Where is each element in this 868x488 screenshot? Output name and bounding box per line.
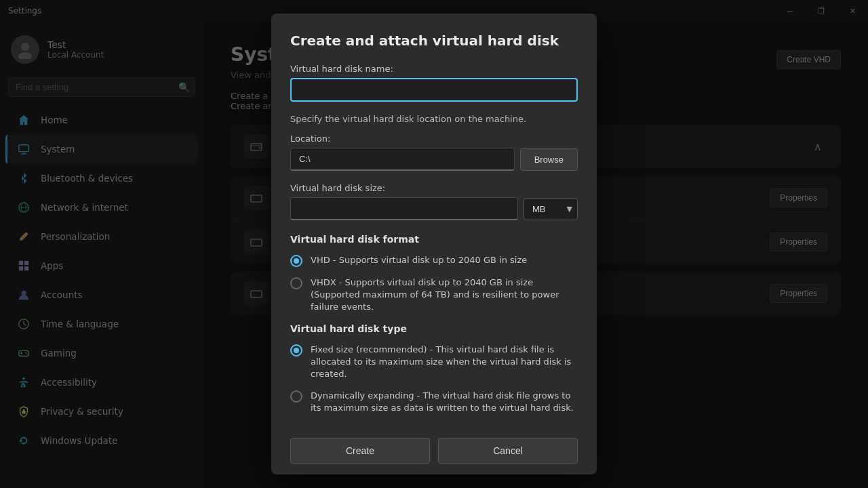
format-vhd-label: VHD - Supports virtual disk up to 2040 G… [311, 254, 527, 266]
type-section-heading: Virtual hard disk type [290, 323, 578, 334]
format-vhd-option[interactable]: VHD - Supports virtual disk up to 2040 G… [290, 254, 578, 267]
type-fixed-option[interactable]: Fixed size (recommended) - This virtual … [290, 344, 578, 381]
unit-wrapper: MB GB TB ▼ [524, 198, 578, 220]
dialog-overlay: Create and attach virtual hard disk Virt… [0, 0, 868, 488]
location-hint: Specify the virtual hard disk location o… [290, 114, 578, 124]
location-input[interactable] [290, 148, 515, 171]
type-dynamic-option[interactable]: Dynamically expanding - The virtual hard… [290, 390, 578, 414]
format-vhd-radio[interactable] [290, 255, 302, 267]
vhd-name-label: Virtual hard disk name: [290, 64, 578, 74]
type-fixed-radio[interactable] [290, 344, 302, 357]
type-dynamic-label: Dynamically expanding - The virtual hard… [311, 390, 578, 414]
format-vhdx-option[interactable]: VHDX - Supports virtual disk up to 2040 … [290, 277, 578, 314]
location-row: Browse [290, 148, 578, 171]
dialog-footer: Create Cancel [290, 424, 578, 475]
browse-button[interactable]: Browse [520, 148, 578, 171]
unit-select[interactable]: MB GB TB [524, 198, 578, 220]
cancel-button[interactable]: Cancel [438, 438, 578, 464]
size-label: Virtual hard disk size: [290, 183, 578, 193]
type-fixed-label: Fixed size (recommended) - This virtual … [311, 344, 578, 381]
size-input[interactable] [290, 197, 518, 220]
create-button[interactable]: Create [290, 438, 430, 464]
size-row: MB GB TB ▼ [290, 197, 578, 220]
vhd-name-input[interactable] [290, 78, 578, 102]
format-vhdx-radio[interactable] [290, 277, 302, 289]
create-vhd-dialog: Create and attach virtual hard disk Virt… [271, 14, 597, 474]
type-dynamic-radio[interactable] [290, 390, 302, 403]
format-vhdx-label: VHDX - Supports virtual disk up to 2040 … [311, 277, 578, 314]
dialog-title: Create and attach virtual hard disk [290, 33, 578, 49]
location-label: Location: [290, 134, 578, 144]
format-section-heading: Virtual hard disk format [290, 234, 578, 245]
